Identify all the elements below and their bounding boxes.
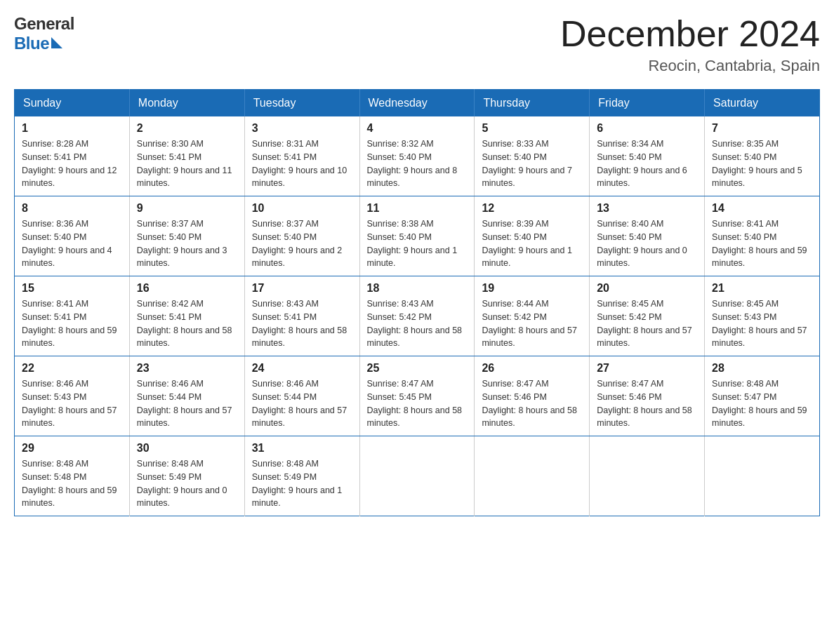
calendar-day-cell: 21Sunrise: 8:45 AMSunset: 5:43 PMDayligh… (705, 276, 820, 356)
day-number: 22 (22, 362, 122, 375)
day-number: 29 (22, 442, 122, 455)
calendar-day-cell: 19Sunrise: 8:44 AMSunset: 5:42 PMDayligh… (475, 276, 590, 356)
calendar-week-row: 8Sunrise: 8:36 AMSunset: 5:40 PMDaylight… (15, 196, 820, 276)
logo-triangle-icon (51, 37, 62, 48)
day-info: Sunrise: 8:33 AMSunset: 5:40 PMDaylight:… (482, 137, 582, 190)
day-number: 6 (597, 122, 697, 135)
day-info: Sunrise: 8:36 AMSunset: 5:40 PMDaylight:… (22, 217, 122, 270)
calendar-day-cell: 9Sunrise: 8:37 AMSunset: 5:40 PMDaylight… (129, 196, 244, 276)
day-info: Sunrise: 8:41 AMSunset: 5:41 PMDaylight:… (22, 297, 122, 350)
calendar-week-row: 29Sunrise: 8:48 AMSunset: 5:48 PMDayligh… (15, 436, 820, 516)
calendar-day-cell: 29Sunrise: 8:48 AMSunset: 5:48 PMDayligh… (15, 436, 130, 516)
calendar-day-cell: 24Sunrise: 8:46 AMSunset: 5:44 PMDayligh… (244, 356, 359, 436)
day-number: 16 (137, 282, 237, 295)
day-number: 19 (482, 282, 582, 295)
calendar-table: SundayMondayTuesdayWednesdayThursdayFrid… (14, 89, 820, 516)
day-info: Sunrise: 8:44 AMSunset: 5:42 PMDaylight:… (482, 297, 582, 350)
day-number: 26 (482, 362, 582, 375)
calendar-day-cell: 8Sunrise: 8:36 AMSunset: 5:40 PMDaylight… (15, 196, 130, 276)
day-info: Sunrise: 8:41 AMSunset: 5:40 PMDaylight:… (712, 217, 812, 270)
day-info: Sunrise: 8:45 AMSunset: 5:43 PMDaylight:… (712, 297, 812, 350)
day-number: 3 (252, 122, 352, 135)
calendar-day-cell: 14Sunrise: 8:41 AMSunset: 5:40 PMDayligh… (705, 196, 820, 276)
day-info: Sunrise: 8:37 AMSunset: 5:40 PMDaylight:… (137, 217, 237, 270)
calendar-day-cell: 25Sunrise: 8:47 AMSunset: 5:45 PMDayligh… (359, 356, 475, 436)
calendar-day-cell (359, 436, 475, 516)
calendar-day-header: Wednesday (359, 90, 475, 117)
calendar-week-row: 1Sunrise: 8:28 AMSunset: 5:41 PMDaylight… (15, 116, 820, 196)
day-number: 17 (252, 282, 352, 295)
day-info: Sunrise: 8:30 AMSunset: 5:41 PMDaylight:… (137, 137, 237, 190)
day-number: 1 (22, 122, 122, 135)
calendar-day-cell: 3Sunrise: 8:31 AMSunset: 5:41 PMDaylight… (244, 116, 359, 196)
day-info: Sunrise: 8:46 AMSunset: 5:43 PMDaylight:… (22, 377, 122, 430)
calendar-day-cell: 18Sunrise: 8:43 AMSunset: 5:42 PMDayligh… (359, 276, 475, 356)
day-info: Sunrise: 8:42 AMSunset: 5:41 PMDaylight:… (137, 297, 237, 350)
calendar-week-row: 15Sunrise: 8:41 AMSunset: 5:41 PMDayligh… (15, 276, 820, 356)
calendar-day-cell: 11Sunrise: 8:38 AMSunset: 5:40 PMDayligh… (359, 196, 475, 276)
day-info: Sunrise: 8:28 AMSunset: 5:41 PMDaylight:… (22, 137, 122, 190)
day-number: 30 (137, 442, 237, 455)
day-number: 25 (367, 362, 468, 375)
calendar-day-cell: 12Sunrise: 8:39 AMSunset: 5:40 PMDayligh… (475, 196, 590, 276)
calendar-day-cell: 26Sunrise: 8:47 AMSunset: 5:46 PMDayligh… (475, 356, 590, 436)
calendar-day-header: Tuesday (244, 90, 359, 117)
calendar-day-cell: 22Sunrise: 8:46 AMSunset: 5:43 PMDayligh… (15, 356, 130, 436)
day-number: 9 (137, 202, 237, 215)
day-info: Sunrise: 8:48 AMSunset: 5:49 PMDaylight:… (137, 457, 237, 510)
calendar-day-cell (475, 436, 590, 516)
day-info: Sunrise: 8:48 AMSunset: 5:49 PMDaylight:… (252, 457, 352, 510)
calendar-day-header: Monday (129, 90, 244, 117)
day-info: Sunrise: 8:32 AMSunset: 5:40 PMDaylight:… (367, 137, 468, 190)
day-info: Sunrise: 8:48 AMSunset: 5:48 PMDaylight:… (22, 457, 122, 510)
calendar-day-cell: 10Sunrise: 8:37 AMSunset: 5:40 PMDayligh… (244, 196, 359, 276)
title-block: December 2024 Reocin, Cantabria, Spain (560, 14, 820, 75)
day-number: 2 (137, 122, 237, 135)
day-number: 12 (482, 202, 582, 215)
calendar-day-cell: 6Sunrise: 8:34 AMSunset: 5:40 PMDaylight… (590, 116, 705, 196)
day-info: Sunrise: 8:45 AMSunset: 5:42 PMDaylight:… (597, 297, 697, 350)
day-number: 4 (367, 122, 468, 135)
day-info: Sunrise: 8:39 AMSunset: 5:40 PMDaylight:… (482, 217, 582, 270)
calendar-header-row: SundayMondayTuesdayWednesdayThursdayFrid… (15, 90, 820, 117)
day-info: Sunrise: 8:40 AMSunset: 5:40 PMDaylight:… (597, 217, 697, 270)
day-info: Sunrise: 8:46 AMSunset: 5:44 PMDaylight:… (137, 377, 237, 430)
day-number: 7 (712, 122, 812, 135)
calendar-day-cell: 2Sunrise: 8:30 AMSunset: 5:41 PMDaylight… (129, 116, 244, 196)
calendar-day-cell: 13Sunrise: 8:40 AMSunset: 5:40 PMDayligh… (590, 196, 705, 276)
calendar-day-cell: 1Sunrise: 8:28 AMSunset: 5:41 PMDaylight… (15, 116, 130, 196)
day-number: 10 (252, 202, 352, 215)
calendar-day-cell: 17Sunrise: 8:43 AMSunset: 5:41 PMDayligh… (244, 276, 359, 356)
day-number: 14 (712, 202, 812, 215)
calendar-day-cell: 16Sunrise: 8:42 AMSunset: 5:41 PMDayligh… (129, 276, 244, 356)
calendar-day-cell: 31Sunrise: 8:48 AMSunset: 5:49 PMDayligh… (244, 436, 359, 516)
location-subtitle: Reocin, Cantabria, Spain (560, 57, 820, 75)
day-info: Sunrise: 8:31 AMSunset: 5:41 PMDaylight:… (252, 137, 352, 190)
day-number: 15 (22, 282, 122, 295)
logo: General Blue (14, 14, 74, 53)
day-number: 24 (252, 362, 352, 375)
calendar-day-cell: 30Sunrise: 8:48 AMSunset: 5:49 PMDayligh… (129, 436, 244, 516)
calendar-day-header: Saturday (705, 90, 820, 117)
calendar-day-header: Sunday (15, 90, 130, 117)
logo-blue-text: Blue (14, 34, 49, 53)
calendar-day-cell (590, 436, 705, 516)
calendar-day-cell: 5Sunrise: 8:33 AMSunset: 5:40 PMDaylight… (475, 116, 590, 196)
day-number: 21 (712, 282, 812, 295)
calendar-day-cell: 23Sunrise: 8:46 AMSunset: 5:44 PMDayligh… (129, 356, 244, 436)
day-number: 8 (22, 202, 122, 215)
day-number: 28 (712, 362, 812, 375)
calendar-day-cell: 28Sunrise: 8:48 AMSunset: 5:47 PMDayligh… (705, 356, 820, 436)
page-header: General Blue December 2024 Reocin, Canta… (14, 14, 820, 75)
day-info: Sunrise: 8:47 AMSunset: 5:46 PMDaylight:… (597, 377, 697, 430)
calendar-day-cell: 15Sunrise: 8:41 AMSunset: 5:41 PMDayligh… (15, 276, 130, 356)
calendar-day-header: Friday (590, 90, 705, 117)
day-number: 31 (252, 442, 352, 455)
day-number: 5 (482, 122, 582, 135)
day-number: 27 (597, 362, 697, 375)
day-info: Sunrise: 8:37 AMSunset: 5:40 PMDaylight:… (252, 217, 352, 270)
day-info: Sunrise: 8:34 AMSunset: 5:40 PMDaylight:… (597, 137, 697, 190)
day-info: Sunrise: 8:35 AMSunset: 5:40 PMDaylight:… (712, 137, 812, 190)
calendar-day-header: Thursday (475, 90, 590, 117)
calendar-day-cell: 4Sunrise: 8:32 AMSunset: 5:40 PMDaylight… (359, 116, 475, 196)
